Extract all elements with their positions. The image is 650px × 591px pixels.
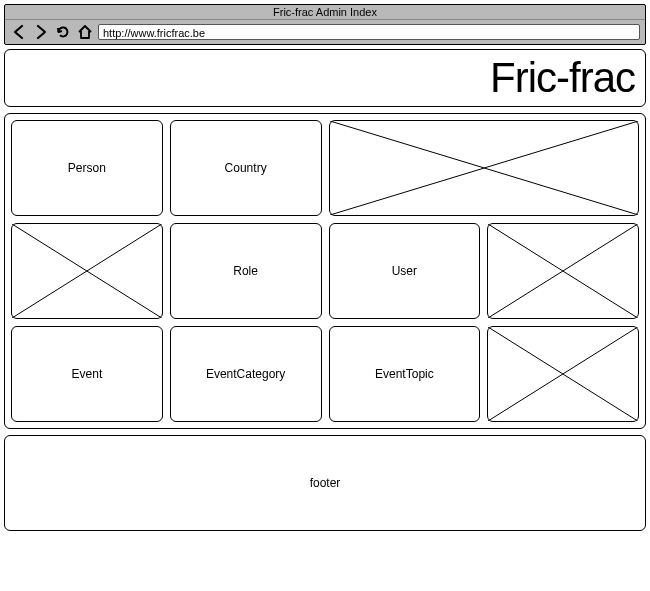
home-button[interactable]: [76, 23, 94, 41]
header-panel: Fric-frac: [4, 49, 646, 107]
tile-event[interactable]: Event: [11, 326, 163, 422]
forward-button[interactable]: [32, 23, 50, 41]
tile-eventcategory[interactable]: EventCategory: [170, 326, 322, 422]
tile-country[interactable]: Country: [170, 120, 322, 216]
page-title: Fric-frac: [15, 54, 635, 102]
tile-label: EventTopic: [375, 367, 434, 381]
browser-toolbar: http://www.fricfrac.be: [5, 20, 645, 44]
tile-role[interactable]: Role: [170, 223, 322, 319]
page-content: Fric-frac Person Country: [4, 49, 646, 531]
tile-label: Role: [233, 264, 258, 278]
placeholder-icon: [12, 224, 162, 318]
tile-label: Event: [72, 367, 103, 381]
reload-button[interactable]: [54, 23, 72, 41]
tile-label: Person: [68, 161, 106, 175]
url-bar[interactable]: http://www.fricfrac.be: [98, 24, 640, 40]
tile-label: User: [392, 264, 417, 278]
placeholder-icon: [488, 327, 638, 421]
window-title: Fric-frac Admin Index: [5, 5, 645, 20]
tile-placeholder[interactable]: [487, 326, 639, 422]
back-button[interactable]: [10, 23, 28, 41]
footer-label: footer: [310, 476, 341, 490]
tile-eventtopic[interactable]: EventTopic: [329, 326, 481, 422]
placeholder-icon: [330, 121, 639, 215]
tile-person[interactable]: Person: [11, 120, 163, 216]
tiles-panel: Person Country Role User: [4, 113, 646, 429]
tile-user[interactable]: User: [329, 223, 481, 319]
footer-panel: footer: [4, 435, 646, 531]
tile-label: Country: [225, 161, 267, 175]
tile-label: EventCategory: [206, 367, 285, 381]
tiles-grid: Person Country Role User: [11, 120, 639, 422]
tile-placeholder[interactable]: [11, 223, 163, 319]
tile-placeholder[interactable]: [329, 120, 640, 216]
browser-window: Fric-frac Admin Index http://www.fricfra…: [4, 4, 646, 45]
placeholder-icon: [488, 224, 638, 318]
tile-placeholder[interactable]: [487, 223, 639, 319]
